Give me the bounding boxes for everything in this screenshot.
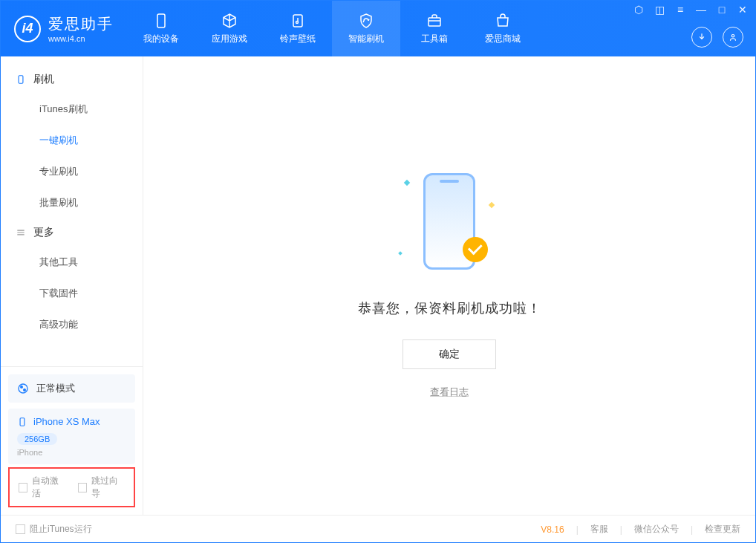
logo-icon: i4 bbox=[14, 16, 41, 42]
sidebar-item-pro-flash[interactable]: 专业刷机 bbox=[1, 156, 143, 187]
sidebar: 刷机 iTunes刷机 一键刷机 专业刷机 批量刷机 更多 其他工具 下载固件 … bbox=[1, 56, 143, 515]
section-more: 更多 bbox=[1, 218, 143, 247]
version-label: V8.16 bbox=[541, 524, 564, 535]
success-check-icon bbox=[463, 237, 488, 262]
nav-tab-toolbox[interactable]: 工具箱 bbox=[400, 1, 469, 56]
window-controls: ⬡ ◫ ≡ — □ ✕ bbox=[632, 4, 749, 16]
storage-badge: 256GB bbox=[17, 433, 57, 445]
support-link[interactable]: 客服 bbox=[590, 523, 608, 536]
nav-tab-device[interactable]: 我的设备 bbox=[127, 1, 195, 56]
svg-rect-0 bbox=[157, 14, 165, 27]
nav-tab-store[interactable]: 爱思商城 bbox=[469, 1, 537, 56]
checkbox-auto-activate[interactable]: 自动激活 bbox=[19, 475, 66, 500]
header-right-icons bbox=[691, 27, 743, 48]
minimize-icon[interactable]: — bbox=[694, 4, 708, 16]
svg-point-7 bbox=[21, 386, 23, 388]
toolbox-icon bbox=[426, 12, 443, 30]
nav-tab-flash[interactable]: 智能刷机 bbox=[332, 1, 400, 56]
shirt-icon[interactable]: ⬡ bbox=[632, 4, 645, 16]
options-row: 自动激活 跳过向导 bbox=[8, 467, 135, 507]
section-flash: 刷机 bbox=[1, 65, 143, 94]
phone-icon bbox=[152, 12, 170, 30]
app-url: www.i4.cn bbox=[48, 34, 114, 43]
device-name: iPhone XS Max bbox=[33, 416, 100, 427]
sidebar-item-other-tools[interactable]: 其他工具 bbox=[1, 247, 143, 278]
user-icon[interactable] bbox=[723, 27, 743, 48]
sidebar-item-itunes-flash[interactable]: iTunes刷机 bbox=[1, 94, 143, 125]
svg-point-8 bbox=[24, 389, 26, 391]
svg-rect-3 bbox=[428, 18, 440, 26]
sidebar-item-advanced[interactable]: 高级功能 bbox=[1, 309, 143, 340]
menu-icon[interactable]: ≡ bbox=[674, 4, 687, 16]
menu-lines-icon bbox=[16, 227, 26, 238]
checkbox-icon bbox=[19, 483, 27, 492]
svg-point-2 bbox=[296, 22, 299, 24]
sidebar-item-oneclick-flash[interactable]: 一键刷机 bbox=[1, 125, 143, 156]
lock-icon[interactable]: ◫ bbox=[653, 4, 666, 16]
svg-point-4 bbox=[731, 35, 734, 38]
header: i4 爱思助手 www.i4.cn 我的设备 应用游戏 铃声壁纸 智能刷机 工具… bbox=[1, 1, 755, 56]
main-content: 恭喜您，保资料刷机成功啦！ 确定 查看日志 bbox=[143, 56, 755, 515]
device-panel: 正常模式 iPhone XS Max 256GB iPhone 自动激活 跳过向… bbox=[1, 366, 143, 515]
confirm-button[interactable]: 确定 bbox=[403, 339, 496, 369]
view-log-link[interactable]: 查看日志 bbox=[430, 386, 469, 399]
nav-tab-ringtone[interactable]: 铃声壁纸 bbox=[264, 1, 332, 56]
svg-point-6 bbox=[19, 384, 27, 393]
mode-icon bbox=[17, 383, 29, 394]
check-update-link[interactable]: 检查更新 bbox=[705, 523, 740, 536]
sidebar-item-download-firmware[interactable]: 下载固件 bbox=[1, 278, 143, 309]
logo-section: i4 爱思助手 www.i4.cn bbox=[1, 14, 127, 43]
checkbox-icon bbox=[16, 524, 25, 534]
device-icon bbox=[16, 74, 26, 85]
svg-rect-9 bbox=[20, 417, 25, 426]
success-message: 恭喜您，保资料刷机成功啦！ bbox=[358, 299, 541, 317]
nav-tab-apps[interactable]: 应用游戏 bbox=[195, 1, 264, 56]
checkbox-block-itunes[interactable]: 阻止iTunes运行 bbox=[16, 523, 92, 536]
device-info-card[interactable]: iPhone XS Max 256GB iPhone bbox=[8, 409, 135, 464]
store-icon bbox=[494, 12, 512, 30]
device-mode-card[interactable]: 正常模式 bbox=[8, 374, 135, 403]
cube-icon bbox=[221, 12, 238, 30]
checkbox-skip-guide[interactable]: 跳过向导 bbox=[78, 475, 126, 500]
sidebar-item-batch-flash[interactable]: 批量刷机 bbox=[1, 187, 143, 218]
maximize-icon[interactable]: □ bbox=[715, 4, 729, 16]
success-illustration bbox=[405, 173, 494, 277]
download-icon[interactable] bbox=[691, 27, 712, 48]
device-type: iPhone bbox=[17, 448, 126, 457]
refresh-shield-icon bbox=[357, 12, 375, 30]
close-icon[interactable]: ✕ bbox=[736, 4, 749, 16]
checkbox-icon bbox=[78, 483, 87, 492]
app-name: 爱思助手 bbox=[48, 14, 114, 34]
footer: 阻止iTunes运行 V8.16 | 客服 | 微信公众号 | 检查更新 bbox=[1, 515, 755, 543]
music-icon bbox=[289, 12, 307, 30]
wechat-link[interactable]: 微信公众号 bbox=[634, 523, 679, 536]
nav-tabs: 我的设备 应用游戏 铃声壁纸 智能刷机 工具箱 爱思商城 bbox=[127, 1, 537, 56]
svg-rect-5 bbox=[19, 76, 23, 84]
phone-small-icon bbox=[17, 417, 27, 427]
